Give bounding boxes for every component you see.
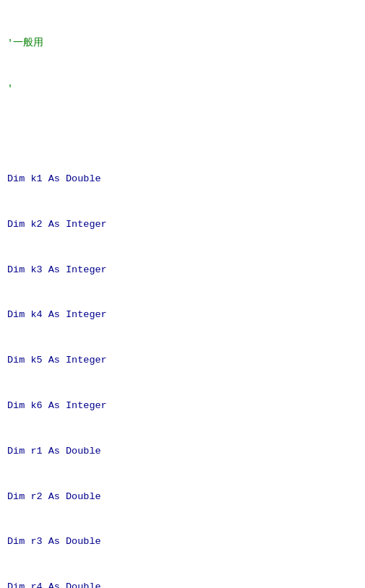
line-dim-k3: Dim k3 As Integer — [7, 263, 358, 278]
line-dim-k2: Dim k2 As Integer — [7, 217, 358, 233]
line-dim-r2: Dim r2 As Double — [7, 490, 358, 505]
code-container: '一般用 ' Dim k1 As Double Dim k2 As Intege… — [7, 6, 358, 588]
line-comment-empty: ' — [7, 82, 358, 97]
line-dim-k6: Dim k6 As Integer — [7, 399, 358, 414]
line-comment-general: '一般用 — [7, 36, 358, 51]
line-dim-k5: Dim k5 As Integer — [7, 353, 358, 368]
line-dim-r1: Dim r1 As Double — [7, 444, 358, 459]
line-dim-k4: Dim k4 As Integer — [7, 308, 358, 323]
line-dim-r4: Dim r4 As Double — [7, 580, 358, 588]
line-dim-k1: Dim k1 As Double — [7, 172, 358, 187]
line-dim-r3: Dim r3 As Double — [7, 535, 358, 550]
line-blank-1 — [7, 126, 358, 142]
